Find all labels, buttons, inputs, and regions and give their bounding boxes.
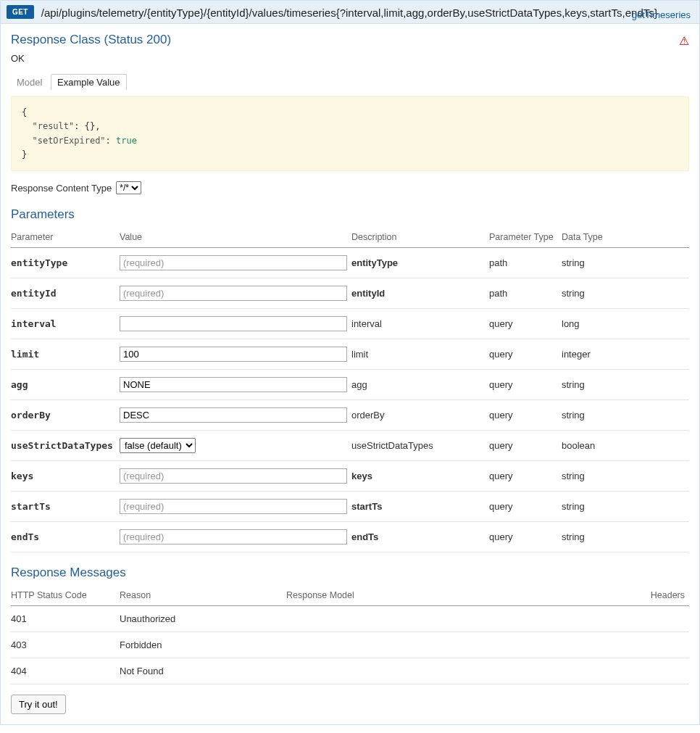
param-value-cell (120, 522, 351, 552)
parameters-heading: Parameters (11, 207, 689, 222)
col-value: Value (120, 228, 351, 248)
param-value-cell (120, 309, 351, 339)
status-headers (624, 632, 689, 658)
param-description: limit (351, 339, 489, 370)
try-it-out-button[interactable]: Try it out! (11, 695, 66, 714)
warning-icon[interactable]: ⚠ (679, 34, 689, 48)
param-input-entityId[interactable] (120, 286, 347, 301)
table-row: endTsendTsquerystring (11, 522, 689, 552)
param-name: endTs (11, 522, 120, 552)
parameters-tbody: entityTypeentityTypepathstringentityIden… (11, 248, 689, 552)
status-reason: Forbidden (120, 632, 286, 658)
param-value-cell (120, 492, 351, 522)
param-value-cell (120, 248, 351, 278)
tab-model[interactable]: Model (11, 75, 48, 90)
response-content-type-select[interactable]: */* (116, 181, 141, 194)
response-messages-table: HTTP Status Code Reason Response Model H… (11, 586, 689, 684)
operation-nickname[interactable]: getTimeseries (632, 9, 691, 20)
param-input-entityType[interactable] (120, 255, 347, 270)
param-description: agg (351, 370, 489, 400)
param-input-agg[interactable] (120, 377, 347, 392)
status-reason: Unauthorized (120, 606, 286, 632)
operation-path: /api/plugins/telemetry/{entityType}/{ent… (41, 5, 693, 20)
response-messages-heading: Response Messages (11, 566, 689, 580)
col-parameter: Parameter (11, 228, 120, 248)
status-code: 403 (11, 632, 120, 658)
response-content-type-label: Response Content Type (11, 183, 112, 194)
example-json[interactable]: { "result": {}, "setOrExpired": true } (11, 96, 689, 171)
status-headers (624, 606, 689, 632)
operation-header[interactable]: GET /api/plugins/telemetry/{entityType}/… (1, 1, 699, 24)
param-name: limit (11, 339, 120, 370)
param-input-useStrictDataTypes[interactable]: false (default)true (120, 438, 196, 453)
param-value-cell (120, 400, 351, 431)
param-description: endTs (351, 522, 489, 552)
param-name: keys (11, 461, 120, 492)
param-input-endTs[interactable] (120, 529, 347, 544)
parameters-table: Parameter Value Description Parameter Ty… (11, 228, 689, 552)
param-description: entityType (351, 248, 489, 278)
param-type: query (489, 431, 562, 461)
table-row: 403Forbidden (11, 632, 689, 658)
param-value-cell (120, 370, 351, 400)
table-row: 401Unauthorized (11, 606, 689, 632)
table-row: limitlimitqueryinteger (11, 339, 689, 370)
param-name: agg (11, 370, 120, 400)
param-input-limit[interactable] (120, 347, 347, 362)
param-description: startTs (351, 492, 489, 522)
col-parameter-type: Parameter Type (489, 228, 562, 248)
status-headers (624, 658, 689, 684)
table-row: entityTypeentityTypepathstring (11, 248, 689, 278)
schema-tabs: Model Example Value (11, 74, 689, 91)
col-http-status-code: HTTP Status Code (11, 586, 120, 606)
param-value-cell (120, 339, 351, 370)
col-reason: Reason (120, 586, 286, 606)
col-headers: Headers (624, 586, 689, 606)
param-type: query (489, 339, 562, 370)
param-type: path (489, 248, 562, 278)
param-description: orderBy (351, 400, 489, 431)
param-input-orderBy[interactable] (120, 407, 347, 423)
col-data-type: Data Type (562, 228, 689, 248)
status-model (286, 606, 624, 632)
param-type: query (489, 370, 562, 400)
status-code: 404 (11, 658, 120, 684)
param-name: interval (11, 309, 120, 339)
param-value-cell (120, 461, 351, 492)
param-value-cell: false (default)true (120, 431, 351, 461)
table-row: intervalintervalquerylong (11, 309, 689, 339)
param-type: query (489, 400, 562, 431)
param-data-type: string (562, 370, 689, 400)
param-name: entityType (11, 248, 120, 278)
table-row: startTsstartTsquerystring (11, 492, 689, 522)
response-status-text: OK (11, 53, 689, 64)
param-name: orderBy (11, 400, 120, 431)
http-method-badge: GET (7, 5, 34, 19)
table-row: aggaggquerystring (11, 370, 689, 400)
param-description: entityId (351, 278, 489, 309)
table-row: orderByorderByquerystring (11, 400, 689, 431)
param-data-type: string (562, 248, 689, 278)
param-data-type: string (562, 461, 689, 492)
col-description: Description (351, 228, 489, 248)
status-model (286, 658, 624, 684)
param-input-interval[interactable] (120, 316, 347, 331)
param-description: interval (351, 309, 489, 339)
param-name: startTs (11, 492, 120, 522)
param-data-type: string (562, 522, 689, 552)
param-value-cell (120, 278, 351, 309)
param-input-startTs[interactable] (120, 499, 347, 514)
table-row: keyskeysquerystring (11, 461, 689, 492)
tab-example-value[interactable]: Example Value (51, 74, 126, 91)
param-input-keys[interactable] (120, 468, 347, 484)
param-name: useStrictDataTypes (11, 431, 120, 461)
param-description: keys (351, 461, 489, 492)
response-messages-tbody: 401Unauthorized403Forbidden404Not Found (11, 606, 689, 684)
param-type: query (489, 461, 562, 492)
param-data-type: long (562, 309, 689, 339)
col-response-model: Response Model (286, 586, 624, 606)
response-class-heading: Response Class (Status 200) (11, 33, 689, 47)
api-operation-panel: GET /api/plugins/telemetry/{entityType}/… (0, 0, 700, 725)
param-data-type: string (562, 492, 689, 522)
param-data-type: string (562, 278, 689, 309)
